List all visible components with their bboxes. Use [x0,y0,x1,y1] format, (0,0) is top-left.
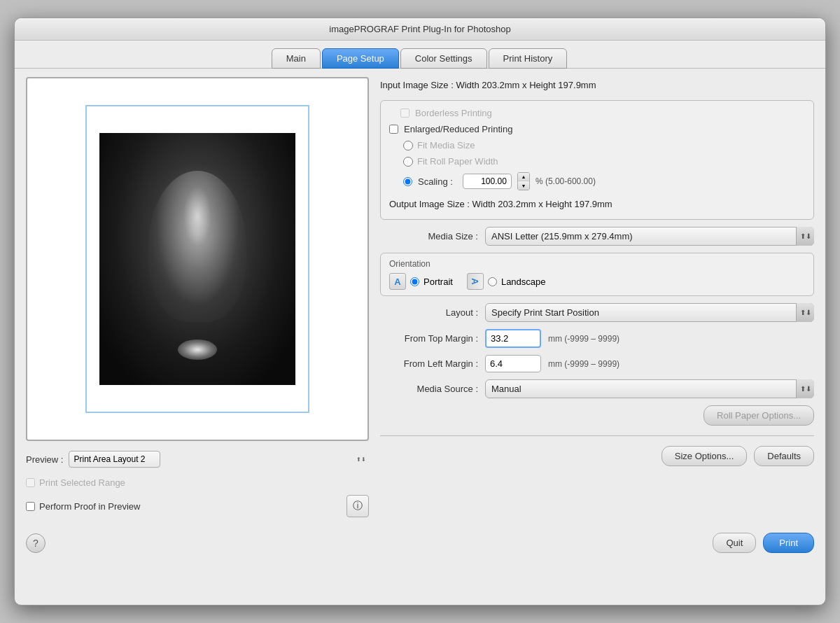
preview-row: Preview : Print Area Layout 2 Print Area… [26,448,369,470]
fit-media-row: Fit Media Size [403,140,805,150]
borderless-label: Borderless Printing [415,108,492,118]
from-left-row: From Left Margin : mm (-9999 – 9999) [380,355,814,372]
preview-select-wrapper: Print Area Layout 2 Print Area Layout [69,451,369,468]
content-area: Preview : Print Area Layout 2 Print Area… [15,68,825,526]
portrait-label: Portrait [424,276,453,287]
tab-print-history[interactable]: Print History [489,48,568,69]
orientation-title: Orientation [389,259,805,269]
layout-row: Layout : Specify Print Start Position ⬆⬇ [380,303,814,322]
scaling-input[interactable] [463,174,512,189]
media-source-row: Media Source : Manual ⬆⬇ [380,379,814,398]
tab-color-settings[interactable]: Color Settings [400,48,487,69]
fit-media-label: Fit Media Size [417,140,475,150]
preview-frame [26,77,369,441]
orientation-box: Orientation A Portrait A Landscape [380,253,814,296]
output-image-size: Output Image Size : Width 203.2mm x Heig… [389,196,805,212]
tunnel-photo [99,133,295,385]
enlarged-row: Enlarged/Reduced Printing [389,124,805,134]
media-size-row: Media Size : ANSI Letter (215.9mm x 279.… [380,227,814,246]
window-title: imagePROGRAF Print Plug-In for Photoshop [329,24,510,34]
photo-preview [99,133,295,385]
scaling-label: Scaling : [418,176,453,187]
media-source-dropdown-wrapper: Manual ⬆⬇ [485,379,814,398]
footer-buttons: ? Quit Print [15,526,825,564]
perform-proof-checkbox[interactable] [26,502,35,511]
landscape-icon: A [467,273,484,290]
landscape-radio[interactable] [488,277,497,286]
left-panel: Preview : Print Area Layout 2 Print Area… [26,77,369,517]
borderless-checkbox[interactable] [400,108,410,118]
size-options-row: Size Options... Defaults [380,446,814,466]
media-size-label: Media Size : [380,231,478,241]
perform-proof-row: Perform Proof in Preview ⓘ [26,495,369,517]
size-options-button[interactable]: Size Options... [662,446,748,466]
spin-up-btn[interactable]: ▲ [518,173,529,181]
preview-label: Preview : [26,454,63,465]
print-button[interactable]: Print [763,533,814,553]
layout-label: Layout : [380,307,478,318]
perform-proof-label: Perform Proof in Preview [39,501,141,512]
print-options-box: Borderless Printing Enlarged/Reduced Pri… [380,100,814,220]
from-top-row: From Top Margin : mm (-9999 – 9999) [380,329,814,348]
tab-bar: Main Page Setup Color Settings Print His… [15,41,825,68]
main-window: imagePROGRAF Print Plug-In for Photoshop… [14,18,826,606]
portrait-icon: A [389,273,406,290]
fit-roll-radio[interactable] [403,157,413,167]
scaling-radio[interactable] [403,177,412,186]
preview-select[interactable]: Print Area Layout 2 Print Area Layout [69,451,160,468]
orientation-options: A Portrait A Landscape [389,273,805,290]
print-selected-range-label: Print Selected Range [39,477,125,488]
from-left-input[interactable] [485,355,541,372]
title-bar: imagePROGRAF Print Plug-In for Photoshop [15,18,825,41]
tab-page-setup[interactable]: Page Setup [322,48,399,69]
fit-roll-label: Fit Roll Paper Width [417,156,498,167]
media-source-label: Media Source : [380,384,478,394]
input-image-size: Input Image Size : Width 203.2mm x Heigh… [380,77,814,93]
portrait-radio[interactable] [410,277,419,286]
help-button[interactable]: ? [26,533,46,553]
from-top-input[interactable] [485,329,541,348]
scaling-range: % (5.00-600.00) [536,176,596,186]
print-selected-range-checkbox[interactable] [26,478,35,487]
spin-down-btn[interactable]: ▼ [518,181,529,190]
roll-paper-button[interactable]: Roll Paper Options... [704,405,814,426]
media-size-select[interactable]: ANSI Letter (215.9mm x 279.4mm) [485,227,814,246]
layout-dropdown-wrapper: Specify Print Start Position ⬆⬇ [485,303,814,322]
layout-select[interactable]: Specify Print Start Position [485,303,814,322]
divider [380,435,814,436]
from-left-unit: mm (-9999 – 9999) [548,359,620,369]
scaling-spinner[interactable]: ▲ ▼ [517,172,530,190]
roll-paper-row: Roll Paper Options... [380,405,814,426]
tab-main[interactable]: Main [272,48,321,69]
from-top-label: From Top Margin : [380,333,478,344]
enlarged-label: Enlarged/Reduced Printing [404,124,512,134]
media-source-select[interactable]: Manual [485,379,814,398]
scaling-row: Scaling : ▲ ▼ % (5.00-600.00) [403,172,805,190]
media-size-dropdown-wrapper: ANSI Letter (215.9mm x 279.4mm) ⬆⬇ [485,227,814,246]
portrait-option: A Portrait [389,273,453,290]
preview-inner [85,105,309,413]
quit-button[interactable]: Quit [713,533,756,553]
landscape-option: A Landscape [467,273,546,290]
landscape-label: Landscape [501,276,546,287]
enlarged-checkbox[interactable] [389,125,398,134]
from-top-unit: mm (-9999 – 9999) [548,334,620,344]
right-panel: Input Image Size : Width 203.2mm x Heigh… [380,77,814,517]
from-left-label: From Left Margin : [380,358,478,369]
print-selected-range-row: Print Selected Range [26,477,369,488]
info-icon[interactable]: ⓘ [346,495,369,517]
fit-media-radio[interactable] [403,141,413,150]
borderless-row: Borderless Printing [389,108,805,118]
defaults-button[interactable]: Defaults [754,446,814,466]
fit-roll-row: Fit Roll Paper Width [403,156,805,167]
